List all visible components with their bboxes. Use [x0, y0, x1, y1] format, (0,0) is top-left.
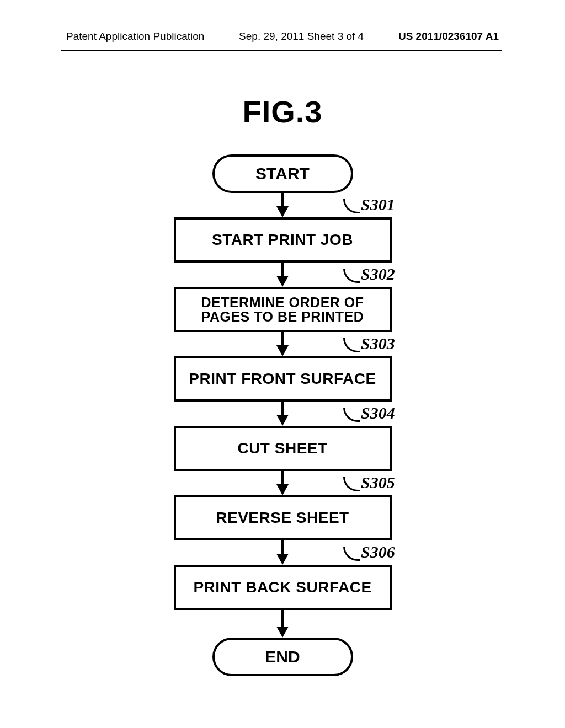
header-sheet-info: Sep. 29, 2011 Sheet 3 of 4 — [239, 30, 364, 42]
arrow-s305: S305 — [174, 471, 392, 495]
header-publication: Patent Application Publication — [66, 30, 204, 42]
arrow-head-icon — [276, 345, 289, 356]
process-determine-order: DETERMINE ORDER OF PAGES TO BE PRINTED — [174, 287, 392, 332]
start-label: START — [255, 164, 310, 183]
arrow-head-icon — [276, 554, 289, 565]
arrow-head-icon — [276, 484, 289, 495]
connector-curve — [343, 338, 360, 352]
arrow-head-icon — [276, 276, 289, 287]
connector-curve — [343, 477, 360, 491]
connector-curve — [343, 269, 360, 283]
arrow-s302: S302 — [174, 263, 392, 287]
step-id-text: S301 — [361, 195, 395, 214]
step-id-text: S304 — [361, 404, 395, 422]
step-id-s305: S305 — [343, 473, 395, 492]
process-cut-sheet: CUT SHEET — [174, 426, 392, 471]
process-label: CUT SHEET — [237, 440, 327, 456]
process-start-print-job: START PRINT JOB — [174, 217, 392, 263]
connector-curve — [343, 408, 360, 422]
step-id-text: S305 — [361, 473, 395, 492]
start-terminator: START — [212, 154, 353, 193]
end-terminator: END — [212, 638, 353, 676]
connector-curve — [343, 199, 360, 213]
patent-header: Patent Application Publication Sep. 29, … — [0, 30, 565, 42]
process-label: START PRINT JOB — [212, 232, 353, 248]
step-id-s302: S302 — [343, 265, 395, 283]
step-id-s303: S303 — [343, 334, 395, 353]
flowchart: START S301 START PRINT JOB S302 DETERMIN… — [0, 154, 565, 676]
process-label: REVERSE SHEET — [216, 510, 349, 526]
arrow-s306: S306 — [174, 540, 392, 565]
arrow-head-icon — [276, 627, 289, 638]
step-id-s304: S304 — [343, 404, 395, 422]
process-print-front: PRINT FRONT SURFACE — [174, 356, 392, 402]
end-label: END — [265, 647, 300, 666]
arrow-s303: S303 — [174, 332, 392, 356]
process-label: DETERMINE ORDER OF PAGES TO BE PRINTED — [176, 295, 390, 324]
process-reverse-sheet: REVERSE SHEET — [174, 495, 392, 540]
header-rule — [61, 50, 502, 51]
step-id-text: S302 — [361, 265, 395, 283]
connector-curve — [343, 547, 360, 561]
header-patent-number: US 2011/0236107 A1 — [398, 30, 499, 42]
arrow-head-icon — [276, 206, 289, 217]
arrow-s301: S301 — [174, 193, 392, 217]
process-label: PRINT FRONT SURFACE — [189, 371, 376, 387]
step-id-text: S303 — [361, 334, 395, 353]
arrow-s304: S304 — [174, 402, 392, 426]
arrow-head-icon — [276, 415, 289, 426]
step-id-s301: S301 — [343, 195, 395, 214]
arrow-line — [281, 610, 284, 629]
process-print-back: PRINT BACK SURFACE — [174, 565, 392, 610]
arrow-end — [174, 610, 392, 638]
figure-title-text: FIG.3 — [242, 94, 322, 129]
process-label: PRINT BACK SURFACE — [193, 579, 371, 595]
step-id-s306: S306 — [343, 543, 395, 561]
step-id-text: S306 — [361, 543, 395, 561]
figure-title: FIG.3 — [0, 94, 565, 130]
